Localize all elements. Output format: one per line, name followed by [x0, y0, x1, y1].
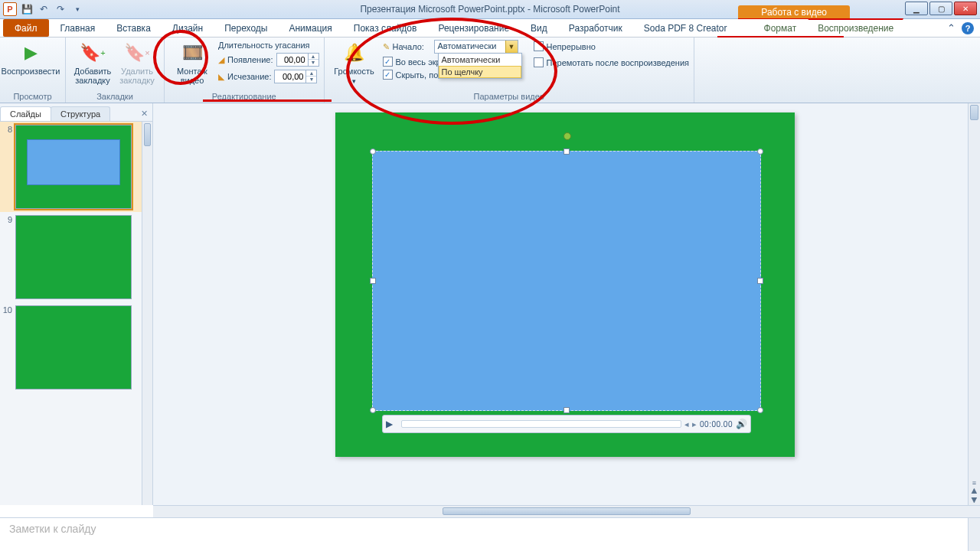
start-dropdown[interactable]: Автоматически По щелчку — [438, 53, 522, 79]
notes-scrollbar[interactable] — [968, 518, 980, 551]
thumb-slide-10[interactable]: 10 — [0, 302, 152, 393]
tab-format[interactable]: Формат — [754, 19, 807, 37]
thumb-slide-8[interactable]: 8 — [0, 122, 152, 212]
app-icon[interactable]: P — [3, 2, 17, 16]
rewind-label: Перемотать после воспроизведения — [547, 58, 690, 67]
thumb-slide-9[interactable]: 9 — [0, 212, 152, 302]
video-play-icon[interactable]: ▶ — [386, 419, 398, 429]
video-step-back-icon[interactable]: ◂ — [684, 419, 689, 429]
video-volume-icon[interactable]: 🔊 — [736, 419, 747, 429]
help-icon[interactable]: ? — [962, 22, 974, 34]
tab-playback[interactable]: Воспроизведение — [808, 18, 903, 37]
collapse-ribbon-icon[interactable]: ⌃ — [947, 22, 956, 34]
remove-bookmark-button: 🔖× Удалить закладку — [115, 39, 159, 85]
sel-handle-e[interactable] — [757, 278, 763, 284]
play-icon: ▶ — [18, 41, 43, 65]
rotate-handle[interactable] — [564, 132, 571, 140]
editor-scrollbar-h[interactable] — [153, 505, 980, 517]
tab-slideshow[interactable]: Показ слайдов — [344, 19, 427, 37]
start-label: Начало: — [393, 42, 431, 51]
dropdown-item-onclick[interactable]: По щелчку — [439, 66, 521, 78]
tab-animations[interactable]: Анимация — [279, 19, 341, 37]
video-seek-track[interactable] — [401, 420, 681, 428]
sel-handle-se[interactable] — [757, 407, 763, 413]
fullscreen-checkbox[interactable]: ✓ — [383, 57, 393, 67]
close-button[interactable]: ✕ — [954, 2, 977, 15]
save-icon[interactable]: 💾 — [20, 2, 34, 16]
group-options-label: Параметры видео — [329, 90, 690, 103]
rewind-checkbox[interactable] — [534, 57, 544, 67]
tab-soda[interactable]: Soda PDF 8 Creator — [634, 19, 737, 37]
tab-view[interactable]: Вид — [521, 19, 557, 37]
group-bookmarks-label: Закладки — [70, 90, 159, 103]
volume-icon: 🔔 — [342, 41, 367, 65]
redo-icon[interactable]: ↷ — [54, 2, 67, 16]
fade-out-icon: ◣ — [218, 72, 224, 82]
video-step-fwd-icon[interactable]: ▸ — [692, 419, 697, 429]
sel-handle-sw[interactable] — [370, 407, 376, 413]
tab-insert[interactable]: Вставка — [106, 19, 161, 37]
sel-handle-nw[interactable] — [370, 148, 376, 155]
video-time: 00:00.00 — [700, 420, 733, 429]
loop-checkbox[interactable] — [534, 41, 544, 51]
pane-close-icon[interactable]: ✕ — [136, 106, 152, 121]
chevron-down-icon[interactable]: ▼ — [505, 41, 518, 53]
pane-tab-outline[interactable]: Структура — [51, 106, 110, 121]
video-control-bar[interactable]: ▶ ◂ ▸ 00:00.00 🔊 — [382, 415, 751, 433]
add-bookmark-button[interactable]: 🔖+ Добавить закладку — [70, 39, 115, 85]
fade-title: Длительность угасания — [218, 41, 319, 50]
tab-developer[interactable]: Разработчик — [559, 19, 632, 37]
tab-home[interactable]: Главная — [51, 19, 106, 37]
tab-design[interactable]: Дизайн — [162, 19, 213, 37]
fade-in-icon: ◢ — [218, 55, 224, 65]
fade-out-label: Исчезание: — [227, 72, 271, 81]
fade-out-spinner[interactable]: ▲▼ — [274, 70, 317, 83]
sel-handle-n[interactable] — [564, 148, 570, 155]
slide-thumbnails[interactable]: 8 9 10 — [0, 122, 152, 505]
fade-in-spinner[interactable]: ▲▼ — [276, 53, 319, 67]
editor-scrollbar-v[interactable]: ≡⯅⯆ — [968, 103, 980, 505]
tab-file[interactable]: Файл — [3, 19, 49, 37]
start-icon: ✎ — [383, 42, 390, 52]
maximize-button[interactable]: ▢ — [929, 2, 952, 15]
contextual-tab-video: Работа с видео — [738, 5, 850, 19]
tab-review[interactable]: Рецензирование — [428, 19, 519, 37]
volume-button[interactable]: 🔔 Громкость▾ — [329, 39, 380, 86]
notes-pane[interactable]: Заметки к слайду — [0, 518, 968, 551]
film-reel-icon: 🎞️ — [180, 41, 204, 65]
bookmark-remove-icon: 🔖× — [125, 41, 149, 65]
sel-handle-ne[interactable] — [757, 148, 763, 155]
undo-icon[interactable]: ↶ — [37, 2, 51, 16]
window-title: Презентация Microsoft PowerPoint.pptx - … — [360, 4, 619, 15]
group-preview-label: Просмотр — [5, 90, 60, 103]
thumbs-scrollbar[interactable] — [142, 122, 152, 505]
qat-more-icon[interactable]: ▾ — [70, 2, 84, 16]
bookmark-add-icon: 🔖+ — [80, 41, 105, 65]
pane-tab-slides[interactable]: Слайды — [0, 106, 51, 121]
tab-transitions[interactable]: Переходы — [214, 19, 277, 37]
fade-in-label: Появление: — [227, 55, 273, 64]
trim-video-button[interactable]: 🎞️ Монтаж видео — [169, 39, 215, 85]
sel-handle-s[interactable] — [564, 407, 570, 413]
dropdown-item-auto[interactable]: Автоматически — [439, 54, 521, 66]
play-preview-button[interactable]: ▶ Воспроизвести — [5, 39, 57, 76]
minimize-button[interactable]: ▁ — [905, 2, 928, 15]
sel-handle-w[interactable] — [370, 278, 376, 284]
slide-canvas[interactable]: ▶ ◂ ▸ 00:00.00 🔊 — [335, 112, 795, 457]
video-object[interactable]: ▶ ◂ ▸ 00:00.00 🔊 — [372, 151, 761, 411]
loop-label: Непрерывно — [547, 42, 596, 51]
start-combo[interactable]: Автоматически ▼ — [434, 40, 518, 54]
hide-checkbox[interactable]: ✓ — [383, 70, 393, 80]
